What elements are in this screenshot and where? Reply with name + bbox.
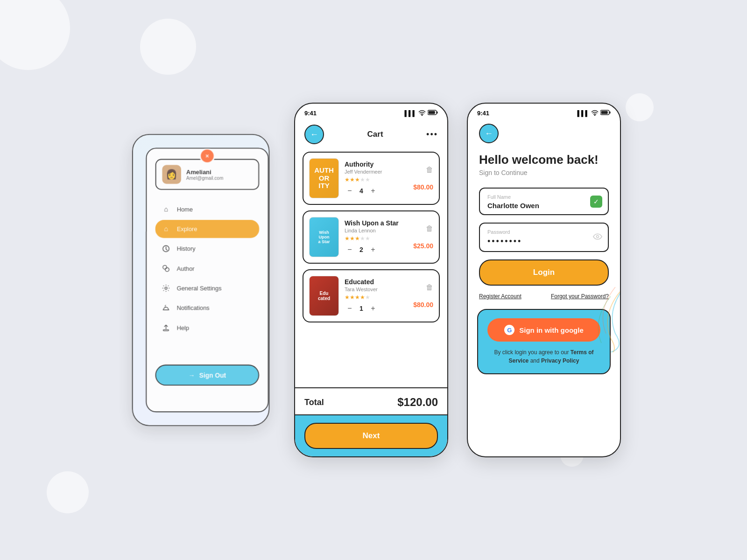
status-icons: ▌▌▌ — [404, 109, 438, 117]
svg-point-13 — [597, 235, 599, 238]
cart-title: Cart — [367, 130, 383, 139]
sidebar-item-label: Explore — [176, 225, 197, 232]
book-info: Educated Tara Westover ★★★★★ − 1 + — [345, 278, 408, 314]
login-content: ← Hello welcome back! Sign to Continue F… — [468, 119, 620, 456]
left-phone: × 👩 Ameliani Amel@gmail.com ⌂ Home — [132, 134, 269, 426]
book-title: Educated — [345, 278, 408, 286]
signout-button[interactable]: → Sign Out — [155, 364, 259, 385]
cart-header: ← Cart ••• — [295, 119, 447, 148]
battery-icon — [428, 110, 438, 117]
signal-icon: ▌▌▌ — [404, 110, 416, 117]
total-value: $120.00 — [397, 396, 438, 409]
svg-rect-7 — [437, 112, 437, 114]
sidebar-item-label: Author — [176, 265, 194, 272]
fullname-field-group: Full Name Charlotte Owen ✓ — [479, 188, 609, 215]
password-field[interactable]: Password •••••••• — [479, 223, 609, 252]
links-row: Register Account Forgot your Password? — [479, 293, 609, 300]
sidebar-item-notifications[interactable]: Notifications — [155, 299, 259, 317]
increase-qty-button[interactable]: + — [368, 186, 378, 196]
item-right: 🗑 $25.00 — [413, 224, 433, 250]
svg-rect-4 — [163, 329, 169, 330]
sidebar-item-label: Notifications — [176, 304, 209, 311]
wifi-icon — [418, 109, 426, 117]
sidebar-item-author[interactable]: Author — [155, 259, 259, 278]
svg-point-3 — [165, 287, 167, 289]
time: 9:41 — [477, 110, 489, 117]
help-icon — [161, 323, 170, 332]
increase-qty-button[interactable]: + — [368, 303, 378, 314]
cart-item: AUTHORITY Authority Jeff Vendermeer ★★★★… — [303, 152, 440, 205]
svg-rect-12 — [601, 111, 608, 114]
sidebar-item-home[interactable]: ⌂ Home — [155, 200, 259, 218]
delete-item-button[interactable]: 🗑 — [426, 224, 433, 233]
book-info: Wish Upon a Star Linda Lennon ★★★★★ − 2 … — [345, 219, 408, 255]
sidebar-item-settings[interactable]: General Settings — [155, 279, 259, 297]
item-right: 🗑 $80.00 — [413, 283, 433, 308]
item-price: $25.00 — [413, 242, 433, 250]
login-button[interactable]: Login — [479, 259, 609, 286]
item-price: $80.00 — [413, 183, 433, 191]
book-rating: ★★★★★ — [345, 176, 408, 183]
back-button[interactable]: ← — [304, 125, 324, 144]
total-row: Total $120.00 — [295, 388, 447, 414]
qty-value: 4 — [359, 187, 363, 195]
sidebar-item-history[interactable]: History — [155, 240, 259, 258]
signout-icon: → — [189, 371, 195, 379]
more-options-button[interactable]: ••• — [426, 130, 438, 140]
time: 9:41 — [304, 110, 317, 117]
user-name: Ameliani — [186, 168, 223, 175]
status-bar: 9:41 ▌▌▌ — [295, 104, 447, 119]
fullname-field[interactable]: Full Name Charlotte Owen — [479, 188, 609, 215]
google-signin-button[interactable]: G Sign in with google — [487, 318, 600, 342]
svg-point-1 — [163, 266, 167, 269]
next-button[interactable]: Next — [304, 423, 438, 449]
delete-item-button[interactable]: 🗑 — [426, 283, 433, 292]
author-icon — [161, 264, 170, 273]
settings-icon — [161, 283, 170, 293]
nav-items: ⌂ Home ⌂ Explore H — [155, 200, 259, 360]
google-btn-label: Sign in with google — [519, 326, 583, 334]
qty-control: − 2 + — [345, 245, 408, 255]
qty-control: − 1 + — [345, 303, 408, 314]
password-field-group: Password •••••••• — [479, 223, 609, 252]
decrease-qty-button[interactable]: − — [345, 303, 355, 314]
google-section: G Sign in with google By click login you… — [477, 309, 611, 374]
fullname-value: Charlotte Owen — [487, 202, 600, 210]
register-link[interactable]: Register Account — [479, 293, 521, 300]
welcome-title: Hello welcome back! — [479, 153, 609, 167]
battery-icon — [600, 110, 611, 117]
sidebar-close-button[interactable]: × — [199, 148, 215, 164]
increase-qty-button[interactable]: + — [368, 245, 378, 255]
history-icon — [161, 244, 170, 253]
total-label: Total — [304, 398, 324, 407]
delete-item-button[interactable]: 🗑 — [426, 166, 433, 174]
status-icons: ▌▌▌ — [577, 109, 611, 117]
google-icon: G — [504, 325, 514, 335]
password-value: •••••••• — [487, 237, 600, 246]
sidebar-item-help[interactable]: Help — [155, 319, 259, 337]
back-button[interactable]: ← — [479, 124, 499, 143]
qty-value: 2 — [359, 246, 363, 253]
fullname-label: Full Name — [487, 194, 600, 200]
signal-icon: ▌▌▌ — [577, 110, 589, 117]
avatar: 👩 — [162, 165, 181, 183]
forgot-password-link[interactable]: Forgot your Password? — [551, 293, 609, 300]
password-label: Password — [487, 229, 600, 235]
decrease-qty-button[interactable]: − — [345, 245, 355, 255]
book-author: Jeff Vendermeer — [345, 169, 408, 175]
mid-phone: 9:41 ▌▌▌ — [294, 103, 448, 457]
item-price: $80.00 — [413, 301, 433, 308]
book-info: Authority Jeff Vendermeer ★★★★★ − 4 + — [345, 161, 408, 196]
book-rating: ★★★★★ — [345, 294, 408, 301]
item-right: 🗑 $80.00 — [413, 166, 433, 191]
wifi-icon — [591, 109, 599, 117]
home-icon: ⌂ — [161, 204, 170, 214]
decrease-qty-button[interactable]: − — [345, 186, 355, 196]
next-section: Next — [295, 414, 447, 456]
terms-highlight2: Privacy Policy — [541, 357, 579, 364]
sidebar-item-explore[interactable]: ⌂ Explore — [155, 220, 259, 238]
book-cover-educated: Educated — [309, 276, 339, 316]
sidebar-item-label: Help — [176, 324, 189, 331]
svg-rect-11 — [609, 112, 610, 114]
eye-icon[interactable] — [593, 233, 602, 242]
